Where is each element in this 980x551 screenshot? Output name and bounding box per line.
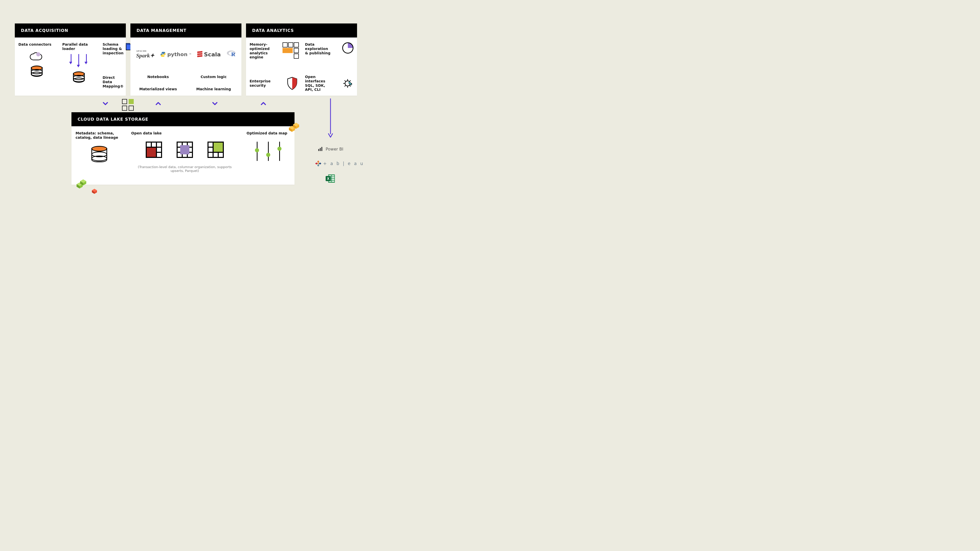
svg-text:R: R <box>231 51 235 57</box>
svg-rect-8 <box>321 147 322 151</box>
data-grid-green-icon <box>207 141 224 158</box>
arrow-down-long-icon <box>328 98 334 139</box>
storage-subtext: (Transaction-level data, columnar organi… <box>131 165 239 173</box>
label-open-interfaces: Open interfaces SQL, SDK, API, CLI <box>305 75 333 92</box>
cell-security: Enterprise security <box>246 71 301 96</box>
label-exploration: Data exploration & publishing <box>305 42 331 66</box>
logo-scala: Scala <box>197 51 221 58</box>
database-icon <box>31 65 43 76</box>
panel-data-acquisition: DATA ACQUISITION Data connectors Paralle… <box>15 24 126 96</box>
cell-notebooks: Notebooks <box>130 71 186 83</box>
cell-analytics-engine: Memory-optimized analytics engine <box>246 38 301 71</box>
shield-icon <box>286 77 298 90</box>
label-optimized-map: Optimized data map <box>247 131 290 135</box>
label-custom-logic: Custom logic <box>200 75 227 79</box>
svg-rect-12 <box>317 165 319 165</box>
panel-header-storage: CLOUD DATA LAKE STORAGE <box>72 112 294 126</box>
chevron-up-icon <box>260 100 266 106</box>
label-tableau: + a b | e a u <box>323 161 364 166</box>
four-squares-yellowgreen-icon <box>122 99 137 113</box>
panel-data-management: DATA MANAGEMENT APACHE Spark✦ python™ Sc… <box>130 24 242 96</box>
label-notebooks: Notebooks <box>147 75 169 79</box>
pie-chart-icon <box>342 42 353 54</box>
cubes-orange-icon <box>286 122 300 135</box>
arrows-down-icon <box>68 54 89 69</box>
label-open-data-lake: Open data lake <box>131 131 239 135</box>
cell-custom-logic: Custom logic <box>186 71 242 83</box>
panel-header-analytics: DATA ANALYTICS <box>246 24 357 38</box>
destination-excel: X <box>326 174 335 183</box>
cell-exploration: Data exploration & publishing <box>301 38 357 71</box>
panel-data-analytics: DATA ANALYTICS Memory-optimized analytic… <box>246 24 357 96</box>
cell-open-interfaces: Open interfaces SQL, SDK, API, CLI <box>301 71 357 96</box>
label-direct-data-mapping: Direct Data Mapping® <box>103 76 121 88</box>
logo-spark: APACHE Spark✦ <box>136 50 154 59</box>
svg-rect-20 <box>332 175 334 176</box>
cell-materialized-views: Materialized views <box>130 83 186 96</box>
destination-powerbi: Power BI <box>318 146 343 152</box>
label-schema: Schema loading & inspection <box>103 42 123 55</box>
svg-rect-7 <box>320 148 321 151</box>
cubes-green-icon <box>73 179 88 192</box>
cell-open-data-lake: Open data lake (Transaction <box>127 127 242 185</box>
cell-schema: Schema loading & inspection <box>99 38 126 72</box>
four-squares-orange-icon <box>283 42 298 56</box>
excel-icon: X <box>326 174 335 183</box>
svg-rect-10 <box>317 162 319 162</box>
cell-machine-learning: Machine learning <box>186 83 242 96</box>
diagram-canvas: DATA ACQUISITION Data connectors Paralle… <box>0 0 372 208</box>
panel-header-management: DATA MANAGEMENT <box>130 24 242 38</box>
svg-rect-17 <box>318 163 319 164</box>
database-icon <box>73 71 85 82</box>
destination-tableau: + a b | e a u <box>315 161 364 166</box>
cell-parallel-loader: Parallel data loader <box>59 38 99 96</box>
gear-wrench-icon <box>342 78 353 89</box>
data-grid-purple-icon <box>177 141 193 158</box>
cell-metadata: Metadata: schema, catalog, data lineage <box>72 127 127 185</box>
cell-direct-data-mapping: Direct Data Mapping® <box>99 72 126 96</box>
chevron-down-icon <box>102 100 108 106</box>
label-machine-learning: Machine learning <box>196 87 231 91</box>
panel-header-acquisition: DATA ACQUISITION <box>15 24 126 38</box>
logo-r: R <box>227 50 236 59</box>
cube-red-icon <box>91 188 98 195</box>
svg-rect-14 <box>316 162 317 165</box>
chevron-up-icon <box>155 100 161 106</box>
label-metadata: Metadata: schema, catalog, data lineage <box>76 131 121 140</box>
svg-text:X: X <box>327 176 329 181</box>
svg-rect-26 <box>332 181 334 182</box>
label-security: Enterprise security <box>250 79 272 88</box>
data-grid-red-icon <box>146 141 162 158</box>
label-parallel-loader: Parallel data loader <box>62 42 95 51</box>
logo-python: python™ <box>160 51 192 57</box>
svg-rect-6 <box>318 149 319 151</box>
cloud-icon <box>29 51 45 62</box>
label-powerbi: Power BI <box>326 147 343 151</box>
database-icon <box>91 146 107 162</box>
label-analytics-engine: Memory-optimized analytics engine <box>250 42 272 66</box>
scatter-points-icon <box>253 141 284 161</box>
svg-rect-16 <box>320 162 320 165</box>
chevron-down-icon <box>212 100 218 106</box>
label-materialized-views: Materialized views <box>139 87 177 91</box>
label-data-connectors: Data connectors <box>18 42 55 47</box>
cell-data-connectors: Data connectors <box>15 38 59 96</box>
cell-optimized-map: Optimized data map <box>242 127 294 185</box>
svg-rect-24 <box>332 179 334 180</box>
svg-rect-22 <box>332 177 334 178</box>
svg-point-0 <box>36 52 40 56</box>
panel-cloud-storage: CLOUD DATA LAKE STORAGE Metadata: schema… <box>72 112 294 185</box>
